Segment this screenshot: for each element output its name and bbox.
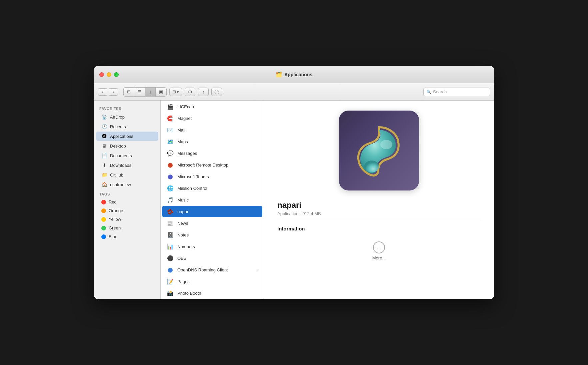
sidebar-item-desktop-label: Desktop — [110, 144, 126, 149]
close-button[interactable] — [99, 72, 104, 77]
file-item-news[interactable]: 📰 News — [162, 217, 262, 229]
file-item-mail-name: Mail — [177, 128, 185, 133]
napari-app-icon — [349, 121, 409, 181]
arrange-button[interactable]: ⊞ ▾ — [169, 88, 182, 96]
downloads-icon: ⬇ — [101, 162, 107, 168]
file-item-maps-name: Maps — [177, 139, 188, 144]
window-title-text: Applications — [284, 72, 312, 77]
file-item-numbers-name: Numbers — [177, 244, 195, 249]
news-icon: 📰 — [167, 219, 174, 227]
file-item-photobooth[interactable]: 📸 Photo Booth — [162, 287, 262, 299]
tag-button[interactable]: ◯ — [211, 88, 222, 96]
sidebar-item-red-label: Red — [109, 199, 117, 204]
gallery-view-button[interactable]: ▣ — [156, 88, 166, 96]
pages-icon: 📝 — [167, 278, 174, 285]
list-view-icon: ☰ — [138, 89, 142, 94]
sidebar-item-orange[interactable]: Orange — [96, 206, 158, 215]
sidebar: Favorites 📡 AirDrop 🕐 Recents 🅐 Applicat… — [94, 101, 161, 299]
app-name: napari — [277, 200, 481, 210]
toolbar: ‹ › ⊞ ☰ ⫿ ▣ ⊞ ▾ ⚙ ↑ — [94, 83, 494, 101]
file-item-napari-name: napari — [177, 209, 189, 214]
sidebar-item-red[interactable]: Red — [96, 198, 158, 206]
sidebar-item-recents[interactable]: 🕐 Recents — [96, 122, 158, 131]
file-item-pages-name: Pages — [177, 279, 190, 284]
sidebar-item-downloads[interactable]: ⬇ Downloads — [96, 161, 158, 170]
share-button[interactable]: ↑ — [198, 88, 209, 96]
sidebar-item-github-label: GitHub — [110, 173, 123, 178]
forward-button[interactable]: › — [109, 88, 118, 96]
search-input[interactable] — [433, 89, 487, 94]
magnet-icon: 🧲 — [167, 115, 174, 122]
title-bar: 🗂️ Applications — [94, 66, 494, 83]
ellipsis-icon: ··· — [376, 244, 382, 251]
desktop-icon: 🖥 — [101, 143, 107, 149]
minimize-button[interactable] — [107, 72, 111, 77]
file-item-magnet[interactable]: 🧲 Magnet — [162, 113, 262, 124]
info-section-header: Information — [277, 226, 481, 231]
file-item-mail[interactable]: ✉️ Mail — [162, 124, 262, 136]
app-icon-container — [339, 111, 419, 190]
opendns-icon: ⬤ — [167, 266, 174, 273]
sidebar-item-airdrop[interactable]: 📡 AirDrop — [96, 112, 158, 122]
file-item-msteams-name: Microsoft Teams — [177, 174, 209, 179]
share-icon: ↑ — [202, 89, 205, 95]
list-view-button[interactable]: ☰ — [134, 88, 145, 96]
arrange-chevron-icon: ▾ — [177, 89, 179, 94]
file-item-numbers[interactable]: 📊 Numbers — [162, 241, 262, 252]
more-button[interactable]: ··· More... — [372, 241, 386, 260]
red-tag-dot — [101, 200, 106, 204]
sidebar-item-blue[interactable]: Blue — [96, 232, 158, 241]
file-item-notes[interactable]: 📓 Notes — [162, 229, 262, 240]
more-circle-icon: ··· — [373, 241, 385, 253]
napari-icon: 🫘 — [167, 208, 174, 215]
sidebar-item-documents-label: Documents — [110, 153, 132, 158]
file-item-msrd[interactable]: ⬤ Microsoft Remote Desktop — [162, 159, 262, 171]
icon-view-button[interactable]: ⊞ — [124, 88, 134, 96]
sidebar-item-green[interactable]: Green — [96, 224, 158, 232]
nav-buttons: ‹ › — [98, 88, 118, 96]
file-item-opendns[interactable]: ⬤ OpenDNS Roaming Client › — [162, 264, 262, 275]
sidebar-item-orange-label: Orange — [109, 208, 123, 213]
file-item-maps[interactable]: 🗺️ Maps — [162, 136, 262, 147]
search-box[interactable]: 🔍 — [423, 88, 490, 96]
svg-point-1 — [380, 140, 392, 149]
file-item-notes-name: Notes — [177, 232, 189, 237]
sidebar-item-yellow-label: Yellow — [109, 217, 121, 222]
file-item-msteams[interactable]: ⬤ Microsoft Teams — [162, 171, 262, 182]
file-item-obs[interactable]: ⚫ OBS — [162, 252, 262, 264]
missioncontrol-icon: 🌐 — [167, 184, 174, 192]
app-meta: Application - 912.4 MB — [277, 211, 481, 221]
file-item-music[interactable]: 🎵 Music — [162, 194, 262, 205]
maximize-button[interactable] — [114, 72, 119, 77]
gear-button[interactable]: ⚙ — [185, 88, 195, 96]
yellow-tag-dot — [101, 217, 106, 222]
music-icon: 🎵 — [167, 196, 174, 203]
sidebar-item-applications-label: Applications — [110, 134, 133, 139]
file-item-licecap[interactable]: 🎬 LICEcap — [162, 101, 262, 112]
file-item-missioncontrol-name: Mission Control — [177, 186, 207, 191]
file-item-missioncontrol[interactable]: 🌐 Mission Control — [162, 182, 262, 194]
favorites-header: Favorites — [94, 104, 160, 112]
nsofroniew-icon: 🏠 — [101, 182, 107, 187]
detail-panel: napari Application - 912.4 MB Informatio… — [264, 101, 494, 299]
sidebar-item-yellow[interactable]: Yellow — [96, 215, 158, 223]
file-item-pages[interactable]: 📝 Pages — [162, 276, 262, 287]
maps-icon: 🗺️ — [167, 138, 174, 145]
sidebar-item-nsofroniew[interactable]: 🏠 nsofroniew — [96, 180, 158, 189]
sidebar-item-desktop[interactable]: 🖥 Desktop — [96, 141, 158, 151]
file-item-messages[interactable]: 💬 Messages — [162, 148, 262, 159]
sidebar-item-github[interactable]: 📁 GitHub — [96, 170, 158, 180]
sidebar-item-airdrop-label: AirDrop — [110, 115, 125, 120]
messages-icon: 💬 — [167, 150, 174, 157]
sidebar-item-nsofroniew-label: nsofroniew — [110, 182, 131, 187]
orange-tag-dot — [101, 208, 106, 213]
documents-icon: 📄 — [101, 153, 107, 159]
file-item-napari[interactable]: 🫘 napari — [162, 206, 262, 217]
file-item-music-name: Music — [177, 197, 189, 202]
column-view-button[interactable]: ⫿ — [145, 88, 156, 96]
title-folder-icon: 🗂️ — [276, 71, 282, 78]
sidebar-item-green-label: Green — [109, 225, 121, 230]
back-button[interactable]: ‹ — [98, 88, 107, 96]
sidebar-item-documents[interactable]: 📄 Documents — [96, 151, 158, 160]
sidebar-item-applications[interactable]: 🅐 Applications — [96, 132, 158, 141]
